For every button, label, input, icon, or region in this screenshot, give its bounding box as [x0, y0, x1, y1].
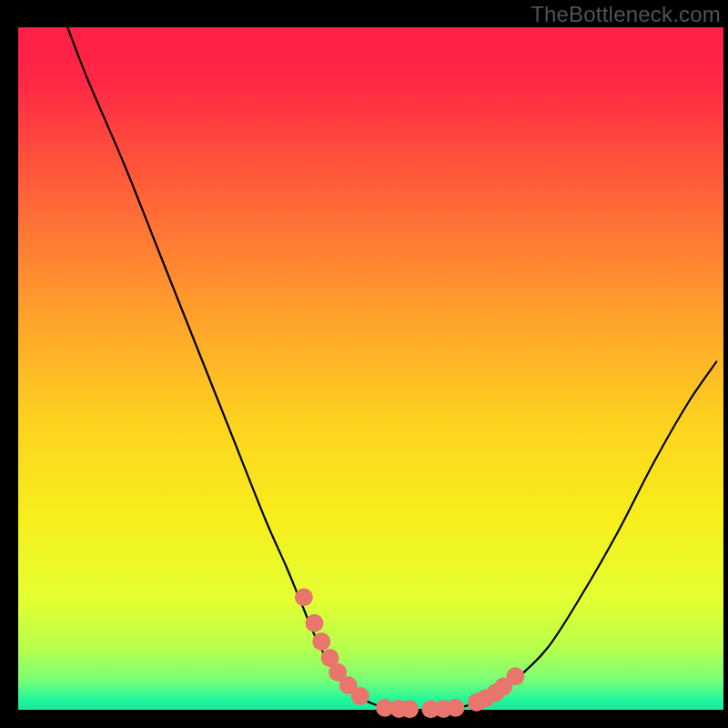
watermark-label: TheBottleneck.com — [531, 2, 721, 27]
outer-frame: TheBottleneck.com — [0, 0, 728, 728]
cluster-marker — [351, 687, 369, 705]
gradient-background — [18, 27, 723, 710]
cluster-marker — [295, 588, 313, 606]
cluster-marker — [506, 667, 524, 685]
cluster-marker — [312, 632, 330, 651]
cluster-marker — [400, 700, 419, 718]
chart-canvas — [0, 0, 728, 728]
cluster-marker — [447, 699, 465, 717]
cluster-marker — [306, 614, 324, 632]
